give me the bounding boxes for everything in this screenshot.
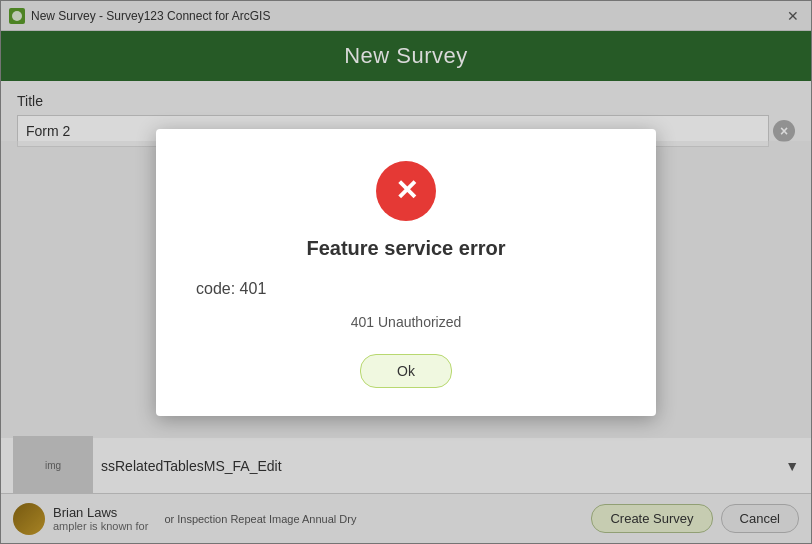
error-x-icon: ✕	[395, 177, 418, 205]
error-code: code: 401	[196, 280, 266, 298]
error-ok-button[interactable]: Ok	[360, 354, 452, 388]
error-modal: ✕ Feature service error code: 401 401 Un…	[156, 129, 656, 416]
error-title: Feature service error	[306, 237, 505, 260]
modal-overlay: ✕ Feature service error code: 401 401 Un…	[0, 0, 812, 544]
error-icon-circle: ✕	[376, 161, 436, 221]
error-message: 401 Unauthorized	[351, 314, 462, 330]
